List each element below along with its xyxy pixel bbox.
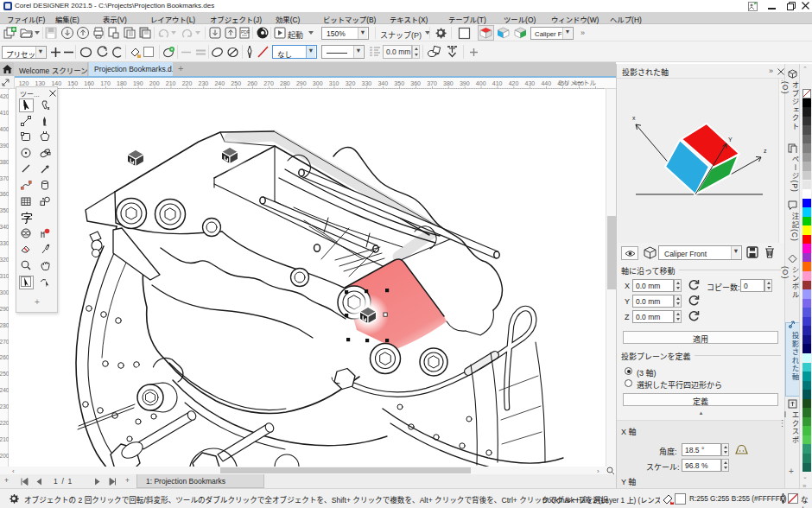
svg-text:210: 210 (0, 436, 9, 442)
svg-text:200: 200 (0, 453, 9, 459)
svg-text:210: 210 (166, 80, 176, 86)
svg-text:z: z (764, 148, 767, 154)
svg-text:260: 260 (0, 354, 9, 360)
svg-text:400: 400 (476, 80, 486, 86)
svg-text:300: 300 (0, 289, 9, 295)
svg-text:380: 380 (443, 80, 454, 86)
svg-text:240: 240 (0, 387, 9, 393)
svg-text:PDF: PDF (241, 29, 250, 35)
svg-text:Y: Y (728, 137, 733, 143)
svg-text:290: 290 (296, 80, 307, 86)
svg-text:160: 160 (84, 80, 94, 86)
svg-text:330: 330 (362, 80, 372, 86)
svg-text:440: 440 (541, 80, 551, 86)
svg-text:370: 370 (0, 175, 9, 181)
svg-text:410: 410 (0, 110, 9, 116)
svg-text:330: 330 (0, 240, 9, 246)
svg-text:430: 430 (525, 80, 536, 86)
svg-text:230: 230 (0, 403, 9, 410)
svg-text:280: 280 (280, 80, 290, 86)
svg-text:120: 120 (19, 80, 29, 86)
svg-text:310: 310 (0, 273, 9, 279)
svg-text:270: 270 (263, 80, 274, 86)
svg-text:340: 340 (377, 80, 388, 86)
svg-text:240: 240 (214, 80, 225, 86)
svg-text:180: 180 (117, 80, 127, 86)
svg-text:230: 230 (199, 80, 209, 86)
svg-text:390: 390 (0, 143, 9, 149)
svg-text:420: 420 (0, 93, 9, 99)
svg-text:370: 370 (427, 80, 437, 86)
svg-text:350: 350 (0, 207, 9, 213)
svg-text:270: 270 (0, 339, 9, 345)
svg-text:250: 250 (231, 80, 241, 86)
svg-text:400: 400 (0, 126, 9, 132)
svg-text:310: 310 (329, 80, 339, 86)
svg-text:380: 380 (0, 159, 9, 165)
svg-text:320: 320 (346, 80, 356, 86)
svg-text:220: 220 (0, 420, 9, 426)
svg-text:250: 250 (0, 371, 9, 377)
svg-text:190: 190 (133, 80, 143, 86)
svg-text:320: 320 (0, 257, 9, 263)
svg-text:290: 290 (0, 306, 9, 312)
svg-text:150: 150 (67, 80, 78, 86)
svg-text:360: 360 (410, 80, 421, 86)
svg-text:360: 360 (0, 191, 9, 197)
svg-text:300: 300 (313, 80, 323, 86)
svg-text:130: 130 (35, 80, 46, 86)
svg-text:200: 200 (149, 80, 160, 86)
svg-text:ミリメートル: ミリメートル (557, 79, 596, 87)
svg-text:x: x (632, 115, 636, 121)
svg-text:220: 220 (182, 80, 193, 86)
svg-text:280: 280 (0, 322, 9, 328)
svg-text:170: 170 (100, 80, 111, 86)
svg-text:420: 420 (509, 80, 519, 86)
svg-text:390: 390 (460, 80, 470, 86)
svg-text:350: 350 (394, 80, 404, 86)
svg-text:140: 140 (51, 80, 61, 86)
svg-text:260: 260 (247, 80, 257, 86)
svg-text:410: 410 (492, 80, 503, 86)
svg-text:340: 340 (0, 224, 9, 230)
